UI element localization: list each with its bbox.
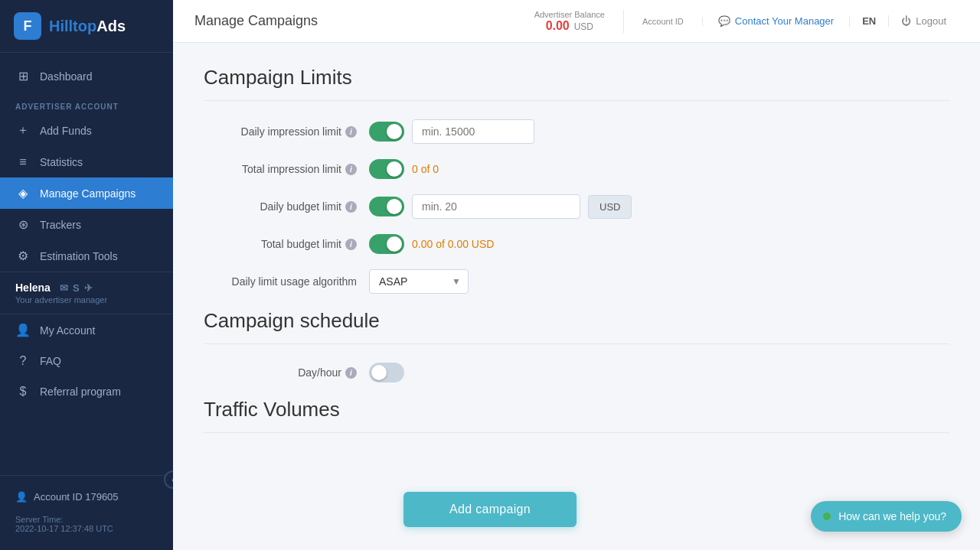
sidebar-item-trackers[interactable]: ⊛ Trackers xyxy=(0,209,173,240)
my-account-icon: 👤 xyxy=(15,323,31,337)
sidebar-item-my-account[interactable]: 👤 My Account xyxy=(0,314,173,346)
content-area: Campaign Limits Daily impression limit i… xyxy=(173,43,980,550)
daily-budget-limit-row: Daily budget limit i USD xyxy=(204,194,949,219)
algorithm-select[interactable]: ASAP Uniform xyxy=(369,269,469,294)
toggle-knob xyxy=(371,365,387,380)
total-impression-label: Total impression limit i xyxy=(204,163,357,175)
daily-budget-input[interactable] xyxy=(412,194,580,219)
total-budget-label: Total budget limit i xyxy=(204,238,357,250)
trackers-icon: ⊛ xyxy=(15,217,31,232)
manager-name: Helena ✉ S ✈ xyxy=(15,282,158,294)
contact-manager-button[interactable]: 💬 Contact Your Manager xyxy=(703,15,850,27)
day-hour-toggle[interactable] xyxy=(369,363,404,382)
algorithm-select-wrapper: ASAP Uniform ▼ xyxy=(369,269,469,294)
total-budget-help-icon[interactable]: i xyxy=(345,239,357,250)
sidebar-item-label: FAQ xyxy=(40,355,61,367)
sidebar-item-faq[interactable]: ? FAQ xyxy=(0,346,173,376)
toggle-knob xyxy=(387,236,402,252)
sidebar-item-manage-campaigns[interactable]: ◈ Manage Campaigns xyxy=(0,177,173,209)
daily-impression-limit-row: Daily impression limit i xyxy=(204,119,949,144)
daily-limit-algorithm-row: Daily limit usage algorithm ASAP Uniform… xyxy=(204,269,949,294)
day-hour-control xyxy=(369,363,404,382)
sidebar-bottom: 👤 Account ID 179605 Server Time: 2022-10… xyxy=(0,475,173,550)
sidebar-item-label: Dashboard xyxy=(40,70,93,83)
daily-budget-currency-button[interactable]: USD xyxy=(588,195,632,219)
logout-button[interactable]: ⏻ Logout xyxy=(889,15,959,27)
sidebar-item-label: Trackers xyxy=(40,219,81,231)
topbar: Manage Campaigns Advertiser Balance 0.00… xyxy=(173,0,980,43)
sidebar-item-referral[interactable]: $ Referral program xyxy=(0,376,173,407)
balance-value: 0.00 USD xyxy=(534,19,605,33)
topbar-right: Advertiser Balance 0.00 USD Account ID 💬… xyxy=(516,10,959,33)
chat-label: How can we help you? xyxy=(838,510,946,522)
sidebar-logo: F HilltopAds xyxy=(0,0,173,53)
total-budget-status: 0.00 of 0.00 USD xyxy=(412,238,494,250)
traffic-volumes-title: Traffic Volumes xyxy=(204,398,949,433)
total-budget-control: 0.00 of 0.00 USD xyxy=(369,234,494,254)
sidebar-item-dashboard[interactable]: ⊞ Dashboard xyxy=(0,60,173,92)
add-funds-icon: ＋ xyxy=(15,122,31,138)
language-selector[interactable]: EN xyxy=(850,15,889,27)
main-content: Manage Campaigns Advertiser Balance 0.00… xyxy=(173,0,980,550)
chat-online-dot xyxy=(823,513,831,520)
daily-budget-help-icon[interactable]: i xyxy=(345,201,357,213)
advertiser-account-section: ADVERTISER ACCOUNT xyxy=(0,92,173,114)
dashboard-icon: ⊞ xyxy=(15,69,31,83)
daily-impression-input[interactable] xyxy=(412,119,534,144)
sidebar-item-add-funds[interactable]: ＋ Add Funds xyxy=(0,114,173,147)
sidebar: F HilltopAds ⊞ Dashboard ADVERTISER ACCO… xyxy=(0,0,173,550)
campaign-limits-title: Campaign Limits xyxy=(204,66,949,101)
sidebar-item-estimation-tools[interactable]: ⚙ Estimation Tools xyxy=(0,240,173,272)
traffic-volumes-content xyxy=(204,451,949,497)
daily-impression-toggle[interactable] xyxy=(369,122,404,142)
manager-sub-label: Your advertiser manager xyxy=(15,295,158,304)
daily-impression-control xyxy=(369,119,534,144)
total-impression-limit-row: Total impression limit i 0 of 0 xyxy=(204,159,949,179)
total-impression-status: 0 of 0 xyxy=(412,163,439,175)
topbar-account-id: Account ID xyxy=(624,17,703,26)
page-title: Manage Campaigns xyxy=(194,13,318,29)
statistics-icon: ≡ xyxy=(15,155,31,169)
sidebar-item-label: Estimation Tools xyxy=(40,250,118,262)
account-id-text: Account ID 179605 xyxy=(34,491,119,503)
telegram-icon[interactable]: ✈ xyxy=(84,282,93,294)
total-impression-help-icon[interactable]: i xyxy=(345,164,357,175)
logo-icon: F xyxy=(14,12,41,40)
daily-budget-label: Daily budget limit i xyxy=(204,200,357,213)
campaign-schedule-title: Campaign schedule xyxy=(204,309,949,344)
total-impression-control: 0 of 0 xyxy=(369,159,439,179)
server-time: Server Time: 2022-10-17 12:37:48 UTC xyxy=(0,510,173,542)
daily-budget-control: USD xyxy=(369,194,632,219)
toggle-knob xyxy=(387,199,402,214)
estimation-tools-icon: ⚙ xyxy=(15,249,31,263)
manager-block: Helena ✉ S ✈ Your advertiser manager xyxy=(0,272,173,314)
chat-bubble[interactable]: How can we help you? xyxy=(811,501,962,532)
manage-campaigns-icon: ◈ xyxy=(15,186,31,200)
sidebar-item-label: Statistics xyxy=(40,156,83,168)
total-budget-limit-row: Total budget limit i 0.00 of 0.00 USD xyxy=(204,234,949,254)
daily-budget-toggle[interactable] xyxy=(369,197,404,216)
sidebar-item-label: My Account xyxy=(40,324,95,337)
algorithm-control: ASAP Uniform ▼ xyxy=(369,269,469,294)
referral-icon: $ xyxy=(15,385,31,399)
sidebar-item-label: Manage Campaigns xyxy=(40,187,136,200)
advertiser-balance: Advertiser Balance 0.00 USD xyxy=(516,10,624,33)
daily-impression-help-icon[interactable]: i xyxy=(345,126,357,138)
add-campaign-button[interactable]: Add campaign xyxy=(403,492,577,527)
sidebar-item-statistics[interactable]: ≡ Statistics xyxy=(0,147,173,177)
day-hour-help-icon[interactable]: i xyxy=(345,367,357,379)
balance-label: Advertiser Balance xyxy=(534,10,605,19)
sidebar-item-label: Add Funds xyxy=(40,125,92,137)
toggle-knob xyxy=(387,124,402,139)
email-icon[interactable]: ✉ xyxy=(60,282,68,294)
total-impression-toggle[interactable] xyxy=(369,159,404,179)
chat-icon: 💬 xyxy=(718,15,730,27)
sidebar-item-label: Referral program xyxy=(40,386,121,398)
skype-icon[interactable]: S xyxy=(73,282,80,294)
logout-icon: ⏻ xyxy=(901,15,911,27)
logo-text: HilltopAds xyxy=(49,18,126,35)
toggle-knob xyxy=(387,161,402,177)
sidebar-nav: ⊞ Dashboard ADVERTISER ACCOUNT ＋ Add Fun… xyxy=(0,53,173,475)
faq-icon: ? xyxy=(15,354,31,368)
total-budget-toggle[interactable] xyxy=(369,234,404,254)
